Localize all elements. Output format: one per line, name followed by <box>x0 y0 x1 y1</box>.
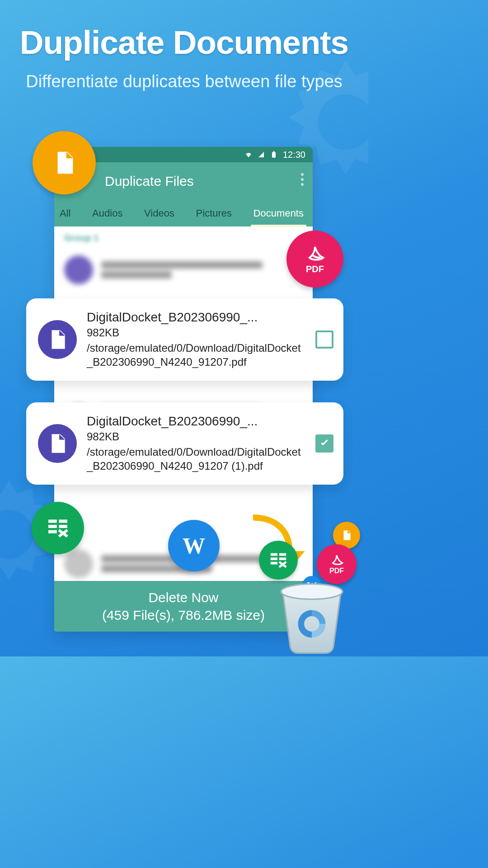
file-size: 982KB <box>87 430 305 443</box>
battery-icon <box>270 151 277 158</box>
tab-pictures[interactable]: Pictures <box>193 200 235 226</box>
file-path: /storage/emulated/0/Download/DigitalDock… <box>87 445 305 473</box>
spreadsheet-type-icon <box>32 502 84 554</box>
svg-rect-1 <box>273 151 275 152</box>
tab-videos[interactable]: Videos <box>141 200 177 226</box>
overflow-menu-button[interactable] <box>301 173 304 186</box>
svg-rect-6 <box>48 530 57 533</box>
file-size: 982KB <box>87 326 305 339</box>
file-icon <box>38 424 77 463</box>
svg-rect-4 <box>48 525 57 528</box>
svg-rect-9 <box>271 557 277 560</box>
svg-rect-8 <box>279 553 286 556</box>
svg-rect-0 <box>272 152 276 158</box>
tab-audios[interactable]: Audios <box>89 200 125 226</box>
file-path: /storage/emulated/0/Download/DigitalDock… <box>87 341 305 369</box>
svg-rect-5 <box>59 525 67 528</box>
pdf-type-icon: PDF <box>286 231 343 288</box>
app-title: Duplicate Files <box>105 174 194 189</box>
spreadsheet-type-icon <box>259 541 298 580</box>
pdf-label: PDF <box>306 264 324 274</box>
trash-illustration: PDF W <box>263 519 358 656</box>
select-checkbox[interactable] <box>315 330 333 349</box>
signal-icon <box>258 151 265 158</box>
svg-rect-2 <box>48 519 57 523</box>
file-card[interactable]: DigitalDocket_B202306990_... 982KB /stor… <box>26 402 343 485</box>
tab-documents[interactable]: Documents <box>251 200 306 226</box>
file-card[interactable]: DigitalDocket_B202306990_... 982KB /stor… <box>26 298 343 381</box>
svg-point-12 <box>281 584 343 599</box>
svg-rect-10 <box>279 557 286 560</box>
tabs: All Audios Videos Pictures Documents <box>54 200 313 226</box>
file-icon <box>38 320 77 359</box>
svg-rect-11 <box>271 562 277 565</box>
file-name: DigitalDocket_B202306990_... <box>87 310 305 325</box>
trash-bin-icon <box>273 578 350 655</box>
select-checkbox[interactable] <box>315 434 333 453</box>
list-item <box>54 245 313 295</box>
tab-all[interactable]: All <box>57 200 73 226</box>
svg-rect-7 <box>271 553 277 556</box>
svg-rect-3 <box>59 519 67 523</box>
wifi-icon <box>245 151 252 158</box>
status-time: 12:30 <box>283 150 305 160</box>
word-type-icon: W <box>168 520 220 571</box>
file-name: DigitalDocket_B202306990_... <box>87 414 305 429</box>
doc-type-icon <box>33 131 96 194</box>
group-header: Group 1 <box>54 226 313 245</box>
